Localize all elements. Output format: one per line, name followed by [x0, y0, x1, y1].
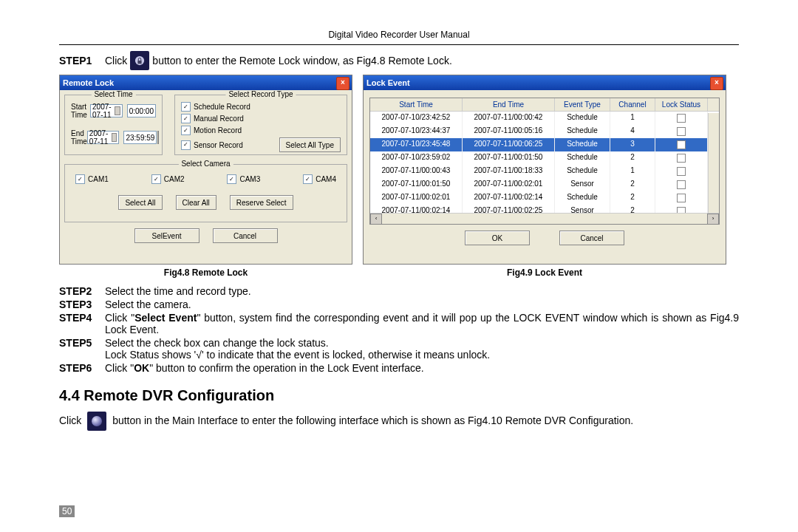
- close-icon[interactable]: ×: [710, 77, 723, 90]
- cam3-checkbox[interactable]: ✓: [227, 174, 236, 184]
- reserve-select-button[interactable]: Reserve Select: [230, 195, 293, 210]
- table-header: Start Time End Time Event Type Channel L…: [370, 98, 719, 112]
- start-time-input[interactable]: 0:00:00: [127, 104, 156, 117]
- col-event[interactable]: Event Type: [555, 98, 610, 111]
- lock-checkbox[interactable]: [677, 127, 686, 136]
- step6-label: STEP6: [59, 362, 105, 374]
- page-number: 50: [59, 505, 75, 517]
- step1-post: button to enter the Remote Lock window, …: [152, 55, 451, 66]
- lock-checkbox[interactable]: [677, 114, 686, 123]
- manual-checkbox[interactable]: ✓: [181, 114, 191, 123]
- svg-rect-1: [138, 61, 142, 64]
- lock-checkbox[interactable]: [677, 154, 686, 163]
- step1-label: STEP1: [59, 55, 105, 66]
- fig48-caption: Fig4.8 Remote Lock: [59, 267, 352, 278]
- select-camera-legend: Select Camera: [178, 160, 233, 168]
- table-row[interactable]: 2007-07-10/23:59:022007-07-11/00:01:50Sc…: [370, 151, 719, 165]
- ok-button[interactable]: OK: [465, 231, 530, 245]
- cam1-checkbox[interactable]: ✓: [75, 174, 85, 184]
- section-44-title: 4.4 Remote DVR Configuration: [59, 387, 739, 404]
- cam2-checkbox[interactable]: ✓: [151, 174, 161, 184]
- lock-checkbox[interactable]: [677, 180, 686, 189]
- step4-label: STEP4: [59, 312, 105, 324]
- end-date-input[interactable]: 2007-07-11: [87, 131, 120, 144]
- lock-event-title: Lock Event: [366, 78, 410, 87]
- table-row[interactable]: 2007-07-11/00:02:012007-07-11/00:02:14Sc…: [370, 191, 719, 205]
- col-end[interactable]: End Time: [463, 98, 555, 111]
- fig49-caption: Fig4.9 Lock Event: [363, 267, 726, 278]
- step3-text: Select the camera.: [105, 299, 191, 310]
- table-row[interactable]: 2007-07-11/00:01:502007-07-11/00:02:01Se…: [370, 178, 719, 191]
- lock-icon: [130, 51, 149, 70]
- lock-event-table: Start Time End Time Event Type Channel L…: [369, 98, 720, 225]
- lock-checkbox[interactable]: [677, 167, 686, 176]
- select-time-legend: Select Time: [91, 90, 135, 98]
- remote-lock-titlebar: Remote Lock ×: [60, 75, 352, 90]
- table-row[interactable]: 2007-07-10/23:45:482007-07-11/00:06:25Sc…: [370, 138, 719, 151]
- lock-event-window: Lock Event × Start Time End Time Event T…: [363, 75, 726, 265]
- motion-checkbox[interactable]: ✓: [181, 126, 191, 135]
- config-icon: [87, 412, 106, 431]
- table-row[interactable]: 2007-07-10/23:44:372007-07-11/00:05:16Sc…: [370, 125, 719, 138]
- cam4-checkbox[interactable]: ✓: [303, 174, 313, 184]
- step2-label: STEP2: [59, 285, 105, 297]
- lock-event-cancel-button[interactable]: Cancel: [559, 231, 624, 245]
- step2-text: Select the time and record type.: [105, 285, 251, 297]
- horizontal-scrollbar[interactable]: ‹›: [370, 213, 719, 224]
- manual-header: Digital Video Recorder User Manual: [59, 30, 739, 40]
- start-time-label: Start Time: [71, 103, 90, 119]
- clear-all-button[interactable]: Clear All: [176, 195, 216, 210]
- vertical-scrollbar[interactable]: [708, 113, 719, 214]
- config-paragraph: Click button in the Main Interface to en…: [59, 412, 739, 431]
- step3-label: STEP3: [59, 299, 105, 310]
- step6-text: Click "OK" button to confirm the operati…: [105, 362, 424, 374]
- start-date-input[interactable]: 2007-07-11: [90, 104, 123, 117]
- sensor-checkbox[interactable]: ✓: [181, 140, 191, 150]
- remote-lock-title: Remote Lock: [63, 78, 114, 87]
- step5-label: STEP5: [59, 337, 105, 349]
- lock-checkbox[interactable]: [677, 140, 686, 149]
- step4-text: Click "Select Event" button, system find…: [105, 312, 739, 335]
- step1-row: STEP1 Click button to enter the Remote L…: [59, 51, 739, 70]
- select-all-type-button[interactable]: Select All Type: [279, 137, 341, 152]
- table-row[interactable]: 2007-07-10/23:42:522007-07-11/00:00:42Sc…: [370, 112, 719, 125]
- select-record-type-legend: Select Record Type: [225, 90, 296, 98]
- col-start[interactable]: Start Time: [370, 98, 463, 111]
- lock-event-titlebar: Lock Event ×: [364, 75, 726, 90]
- remote-lock-cancel-button[interactable]: Cancel: [213, 228, 278, 243]
- header-rule: [59, 44, 739, 45]
- lock-checkbox[interactable]: [677, 194, 686, 202]
- table-row[interactable]: 2007-07-11/00:00:432007-07-11/00:18:33Sc…: [370, 165, 719, 178]
- end-time-input[interactable]: 23:59:59: [123, 131, 157, 144]
- col-channel[interactable]: Channel: [610, 98, 655, 111]
- step1-pre: Click: [105, 55, 127, 66]
- schedule-checkbox[interactable]: ✓: [181, 102, 191, 112]
- remote-lock-window: Remote Lock × Select Time Start Time 200…: [59, 75, 352, 265]
- close-icon[interactable]: ×: [336, 77, 349, 90]
- selevent-button[interactable]: SelEvent: [134, 228, 200, 243]
- end-time-label: End Time: [71, 129, 87, 146]
- col-lock[interactable]: Lock Status: [655, 98, 708, 111]
- step5-text: Select the check box can change the lock…: [105, 337, 739, 361]
- select-all-button[interactable]: Select All: [118, 195, 162, 210]
